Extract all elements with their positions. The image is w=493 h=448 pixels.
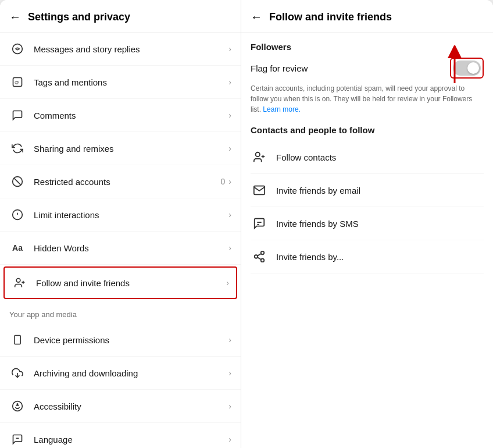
comments-chevron: › (228, 111, 231, 120)
svg-point-8 (16, 279, 20, 283)
tags-chevron: › (228, 77, 231, 87)
right-back-arrow[interactable]: ← (251, 10, 262, 24)
invite-sms-icon (251, 215, 268, 232)
menu-item-archive[interactable]: Archiving and downloading › (0, 357, 241, 390)
svg-point-25 (261, 251, 265, 255)
right-panel-content: Followers Flag for review (241, 33, 493, 448)
invite-sms-label: Invite friends by SMS (276, 219, 359, 229)
follow-contacts-label: Follow contacts (276, 152, 336, 162)
limit-icon (9, 207, 26, 223)
archive-label: Archiving and downloading (34, 368, 228, 378)
follow-icon (12, 275, 28, 291)
menu-item-limit[interactable]: Limit interactions › (0, 198, 241, 232)
archive-icon (9, 365, 26, 381)
accessibility-label: Accessibility (34, 401, 228, 411)
menu-item-tags[interactable]: @ Tags and mentions › (0, 66, 241, 99)
restricted-badge: 0 (221, 177, 226, 186)
invite-other-label: Invite friends by... (276, 252, 344, 262)
device-chevron: › (228, 335, 231, 344)
right-panel-title: Follow and invite friends (269, 11, 392, 23)
left-panel-header: ← Settings and privacy (0, 0, 241, 33)
accessibility-chevron: › (228, 401, 231, 411)
tags-label: Tags and mentions (34, 77, 228, 87)
device-label: Device permissions (34, 335, 228, 345)
limit-label: Limit interactions (34, 210, 228, 220)
action-follow-contacts[interactable]: Follow contacts (251, 141, 484, 174)
learn-more-link[interactable]: Learn more. (263, 105, 301, 113)
svg-point-26 (255, 255, 258, 258)
limit-chevron: › (228, 210, 231, 219)
comments-icon (9, 107, 26, 123)
comments-label: Comments (34, 111, 228, 120)
menu-list: Messages and story replies › @ Tags and … (0, 33, 241, 448)
action-invite-other[interactable]: Invite friends by... (251, 240, 484, 273)
follow-contacts-icon (251, 148, 268, 166)
action-invite-sms[interactable]: Invite friends by SMS (251, 207, 484, 240)
menu-item-follow[interactable]: Follow and invite friends › (3, 266, 237, 299)
invite-other-icon (251, 248, 268, 265)
flag-description: Certain accounts, including potential sp… (251, 83, 484, 115)
contacts-section-label: Contacts and people to follow (251, 125, 484, 135)
messages-chevron: › (228, 44, 231, 54)
menu-item-restricted[interactable]: Restricted accounts 0 › (0, 165, 241, 198)
app-container: ← Settings and privacy Messages and stor… (0, 0, 493, 448)
menu-item-messages[interactable]: Messages and story replies › (0, 33, 241, 66)
device-icon (9, 332, 26, 348)
right-panel: ← Follow and invite friends Followers Fl… (241, 0, 493, 448)
left-panel-title: Settings and privacy (28, 11, 130, 23)
menu-item-hidden[interactable]: Aa Hidden Words › (0, 232, 241, 265)
svg-line-28 (258, 257, 261, 259)
media-section-label: Your app and media (0, 301, 241, 323)
language-label: Language (34, 435, 228, 445)
menu-item-device[interactable]: Device permissions › (0, 323, 241, 357)
menu-item-accessibility[interactable]: Accessibility › (0, 390, 241, 423)
svg-text:@: @ (15, 80, 19, 85)
svg-point-0 (13, 44, 23, 54)
restricted-label: Restricted accounts (34, 177, 221, 187)
hidden-icon: Aa (9, 240, 26, 256)
sharing-icon (9, 140, 26, 157)
left-back-arrow[interactable]: ← (9, 10, 21, 24)
messages-icon (9, 41, 26, 57)
restricted-chevron: › (228, 177, 231, 186)
menu-item-language[interactable]: Language › (0, 423, 241, 448)
archive-chevron: › (228, 368, 231, 378)
messages-label: Messages and story replies (34, 44, 228, 54)
svg-line-4 (14, 178, 21, 185)
language-icon (9, 431, 26, 447)
svg-line-29 (258, 254, 261, 256)
left-panel: ← Settings and privacy Messages and stor… (0, 0, 241, 448)
language-chevron: › (228, 435, 231, 444)
svg-point-15 (17, 404, 18, 405)
sharing-label: Sharing and remixes (34, 144, 228, 154)
tags-icon: @ (9, 74, 26, 90)
sharing-chevron: › (228, 144, 231, 153)
restricted-icon (9, 173, 26, 190)
hidden-label: Hidden Words (34, 243, 228, 253)
menu-item-comments[interactable]: Comments › (0, 99, 241, 132)
right-panel-header: ← Follow and invite friends (241, 0, 493, 33)
svg-point-27 (261, 259, 265, 262)
invite-email-label: Invite friends by email (276, 186, 360, 195)
follow-chevron: › (226, 278, 229, 287)
accessibility-icon (9, 398, 26, 414)
svg-point-20 (256, 152, 260, 157)
invite-email-icon (251, 182, 268, 199)
menu-item-sharing[interactable]: Sharing and remixes › (0, 132, 241, 165)
action-invite-email[interactable]: Invite friends by email (251, 174, 484, 207)
flag-review-label: Flag for review (251, 63, 308, 73)
hidden-chevron: › (228, 243, 231, 253)
follow-label: Follow and invite friends (36, 278, 226, 288)
